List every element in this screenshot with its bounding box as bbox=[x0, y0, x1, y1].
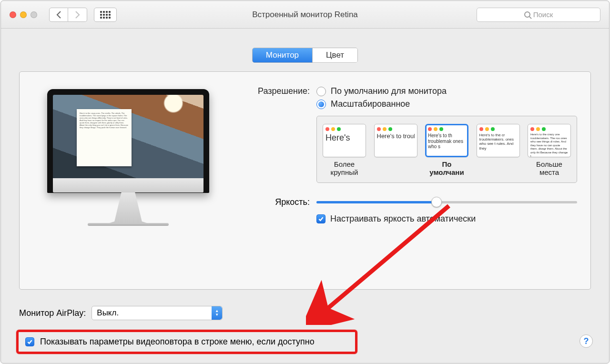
forward-button[interactable] bbox=[68, 8, 87, 22]
resolution-card-4[interactable]: Here's to the cr troublemakers. ones who… bbox=[477, 124, 520, 177]
select-stepper-icon: ▲▼ bbox=[212, 306, 222, 320]
display-preview: Here's to the crazy ones. The misfits. T… bbox=[33, 89, 224, 273]
auto-brightness-checkbox[interactable]: Настраивать яркость автоматически bbox=[316, 214, 577, 224]
help-icon: ? bbox=[584, 336, 589, 346]
resolution-scaled-radio[interactable]: Масштабированное bbox=[316, 99, 577, 109]
brightness-slider[interactable] bbox=[316, 201, 577, 203]
mirroring-checkbox-highlight: Показывать параметры видеоповтора в стро… bbox=[16, 330, 357, 354]
help-button[interactable]: ? bbox=[580, 334, 593, 348]
mirroring-checkbox[interactable] bbox=[25, 337, 34, 346]
radio-checked-icon bbox=[316, 100, 326, 109]
resolution-card-default[interactable]: Here's to th troublemak ones who s По ум… bbox=[425, 124, 468, 177]
search-icon bbox=[524, 11, 530, 18]
slider-knob-icon bbox=[431, 197, 442, 207]
show-all-button[interactable] bbox=[94, 8, 117, 22]
radio-icon bbox=[316, 87, 326, 96]
resolution-card-larger[interactable]: Here's Более крупный bbox=[323, 124, 366, 177]
resolution-card-2[interactable]: Here's to troublem bbox=[374, 124, 417, 177]
minimize-icon[interactable] bbox=[20, 11, 27, 18]
titlebar: Встроенный монитор Retina Поиск bbox=[1, 1, 609, 29]
airplay-select[interactable]: Выкл. ▲▼ bbox=[92, 306, 223, 320]
zoom-icon[interactable] bbox=[30, 11, 37, 18]
resolution-card-morespace[interactable]: Here's to the crazy one troublemakers. T… bbox=[528, 124, 571, 177]
resolution-default-label: По умолчанию для монитора bbox=[331, 86, 447, 96]
grid-icon bbox=[100, 11, 111, 19]
close-icon[interactable] bbox=[10, 11, 16, 18]
window-controls bbox=[10, 11, 37, 18]
resolution-scaled-label: Масштабированное bbox=[331, 99, 410, 109]
resolution-default-radio[interactable]: По умолчанию для монитора bbox=[316, 86, 577, 96]
airplay-row: Монитор AirPlay: Выкл. ▲▼ bbox=[19, 306, 223, 320]
auto-brightness-label: Настраивать яркость автоматически bbox=[330, 214, 476, 224]
nav-group bbox=[49, 8, 87, 22]
resolution-options: Here's Более крупный Here's to troublem … bbox=[316, 116, 577, 183]
preferences-window: Встроенный монитор Retina Поиск Монитор … bbox=[0, 0, 610, 364]
main-panel: Here's to the crazy ones. The misfits. T… bbox=[19, 71, 591, 290]
checkbox-checked-icon bbox=[316, 214, 325, 223]
airplay-value: Выкл. bbox=[97, 308, 119, 318]
back-button[interactable] bbox=[49, 8, 68, 22]
search-placeholder: Поиск bbox=[533, 10, 553, 19]
airplay-label: Монитор AirPlay: bbox=[19, 308, 86, 318]
tab-display[interactable]: Монитор bbox=[253, 48, 312, 62]
chevron-right-icon bbox=[75, 11, 80, 19]
resolution-label: Разрешение: bbox=[243, 86, 316, 96]
search-input[interactable]: Поиск bbox=[477, 8, 600, 22]
brightness-label: Яркость: bbox=[243, 197, 316, 207]
preview-note-icon: Here's to the crazy ones. The misfits. T… bbox=[77, 109, 132, 166]
tabs: Монитор Цвет bbox=[1, 48, 609, 63]
tab-color[interactable]: Цвет bbox=[312, 48, 357, 62]
mirroring-label: Показывать параметры видеоповтора в стро… bbox=[40, 337, 315, 347]
chevron-left-icon bbox=[56, 11, 61, 19]
settings-column: Разрешение: По умолчанию для монитора Ма… bbox=[243, 86, 577, 273]
